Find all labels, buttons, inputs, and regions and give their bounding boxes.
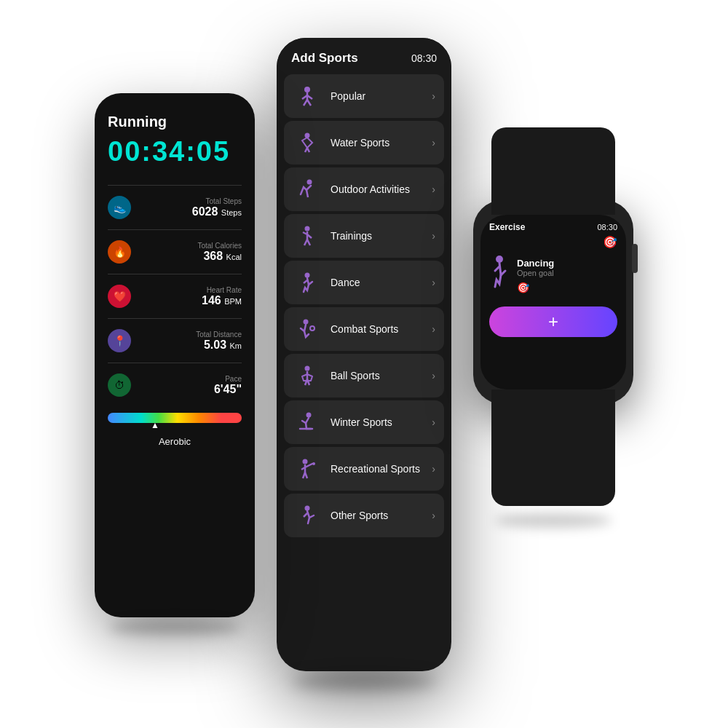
- watch-header: Exercise 08:30: [489, 222, 617, 232]
- sports-list: Popular › Water Sports ›: [277, 74, 451, 545]
- heartrate-label: Heart Rate: [202, 286, 242, 294]
- sports-item-combat[interactable]: Combat Sports ›: [284, 307, 444, 351]
- heartrate-info: Heart Rate 146 BPM: [202, 286, 242, 307]
- dance-label: Dance: [331, 277, 423, 288]
- dance-chevron: ›: [432, 277, 435, 288]
- combat-icon: [293, 314, 322, 344]
- outdoor-icon: [293, 175, 322, 204]
- activity-name: Dancing: [517, 258, 554, 269]
- steps-icon: 👟: [108, 196, 131, 219]
- combat-label: Combat Sports: [331, 323, 423, 335]
- trainings-icon: [293, 221, 322, 250]
- svg-line-30: [305, 472, 307, 478]
- calories-value: 368 Kcal: [197, 250, 242, 263]
- heartrate-value: 146 BPM: [202, 294, 242, 307]
- watch-band-top: [491, 127, 615, 215]
- distance-label: Total Distance: [196, 331, 242, 339]
- svg-point-0: [304, 87, 310, 92]
- popular-icon: [293, 82, 322, 111]
- recreational-icon: [293, 454, 322, 483]
- watch-add-button[interactable]: +: [489, 306, 617, 337]
- calories-info: Total Calories 368 Kcal: [197, 242, 242, 263]
- sports-item-outdoor[interactable]: Outdoor Activities ›: [284, 167, 444, 211]
- heartrate-row: ❤️ Heart Rate 146 BPM: [108, 280, 242, 312]
- distance-info: Total Distance 5.03 Km: [196, 331, 242, 352]
- winter-icon: [293, 408, 322, 437]
- recreational-label: Recreational Sports: [331, 463, 423, 475]
- sports-item-other[interactable]: Other Sports ›: [284, 494, 444, 537]
- watch-body: Exercise 08:30 🎯: [473, 200, 633, 404]
- distance-value: 5.03 Km: [196, 339, 242, 352]
- divider-1: [108, 185, 242, 186]
- watch-goal-top: 🎯: [489, 235, 617, 249]
- trainings-label: Trainings: [331, 230, 423, 242]
- sports-item-recreational[interactable]: Recreational Sports ›: [284, 447, 444, 491]
- watch-content: Dancing Open goal 🎯: [489, 255, 617, 296]
- left-phone: Running 00:34:05 👟 Total Steps 6028 Step…: [95, 93, 255, 617]
- pace-value: 6'45": [214, 383, 242, 396]
- timer-display: 00:34:05: [108, 136, 242, 167]
- water-label: Water Sports: [331, 137, 423, 149]
- left-phone-shadow: [109, 620, 240, 635]
- center-time: 08:30: [411, 52, 437, 64]
- pace-label: Pace: [214, 375, 242, 383]
- ball-chevron: ›: [432, 370, 435, 381]
- steps-label: Total Steps: [192, 197, 242, 205]
- svg-point-11: [305, 226, 310, 232]
- zone-label: Aerobic: [108, 436, 242, 447]
- distance-icon: 📍: [108, 329, 131, 352]
- watch-title: Exercise: [489, 222, 525, 232]
- calories-row: 🔥 Total Calories 368 Kcal: [108, 236, 242, 268]
- winter-chevron: ›: [432, 416, 435, 428]
- svg-point-26: [303, 459, 308, 464]
- svg-point-17: [305, 273, 310, 278]
- ball-icon: [293, 361, 322, 390]
- divider-3: [108, 274, 242, 274]
- divider-5: [108, 363, 242, 363]
- sports-item-dance[interactable]: Dance ›: [284, 261, 444, 304]
- svg-line-18: [304, 280, 307, 283]
- svg-line-8: [307, 148, 309, 152]
- popular-chevron: ›: [432, 90, 435, 102]
- activity-sub: Open goal: [517, 269, 554, 277]
- sports-item-ball[interactable]: Ball Sports ›: [284, 354, 444, 397]
- plus-icon: +: [548, 312, 558, 332]
- svg-line-33: [304, 513, 307, 517]
- phone-activity-title: Running: [108, 114, 242, 130]
- svg-line-35: [495, 266, 499, 271]
- svg-line-16: [307, 240, 310, 245]
- sports-item-trainings[interactable]: Trainings ›: [284, 214, 444, 258]
- distance-row: 📍 Total Distance 5.03 Km: [108, 325, 242, 357]
- svg-point-24: [306, 413, 312, 418]
- zone-bar: ▲: [108, 413, 242, 423]
- sports-item-winter[interactable]: Winter Sports ›: [284, 400, 444, 444]
- sports-item-popular[interactable]: Popular ›: [284, 74, 444, 118]
- outdoor-label: Outdoor Activities: [331, 183, 423, 195]
- trainings-chevron: ›: [432, 230, 435, 242]
- popular-label: Popular: [331, 90, 423, 102]
- divider-4: [108, 318, 242, 319]
- center-phone[interactable]: Add Sports 08:30 Pop: [277, 38, 451, 671]
- dancer-icon: [489, 255, 510, 296]
- divider-2: [108, 229, 242, 230]
- pace-row: ⏱ Pace 6'45": [108, 369, 242, 401]
- main-scene: Running 00:34:05 👟 Total Steps 6028 Step…: [0, 0, 728, 728]
- other-icon: [293, 501, 322, 530]
- water-chevron: ›: [432, 137, 435, 149]
- bar-arrow: ▲: [151, 420, 159, 430]
- pace-icon: ⏱: [108, 373, 131, 397]
- sports-item-water[interactable]: Water Sports ›: [284, 121, 444, 165]
- other-chevron: ›: [432, 510, 435, 521]
- goal-icon-bottom: 🎯: [517, 282, 554, 293]
- svg-point-32: [305, 506, 310, 511]
- water-icon: [293, 128, 322, 157]
- watch-side-button[interactable]: [632, 244, 638, 273]
- svg-point-21: [305, 366, 310, 371]
- watch-screen: Exercise 08:30 🎯: [480, 215, 626, 389]
- svg-line-4: [304, 100, 307, 106]
- recreational-chevron: ›: [432, 463, 435, 475]
- svg-point-31: [312, 462, 315, 465]
- watch-time: 08:30: [597, 223, 617, 232]
- other-label: Other Sports: [331, 510, 423, 521]
- svg-line-10: [306, 190, 308, 197]
